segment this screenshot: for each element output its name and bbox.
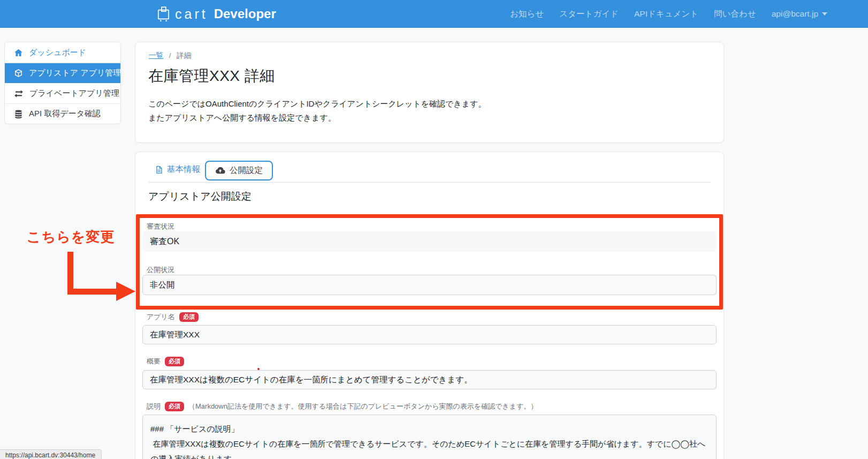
sidebar-item-label: プライベートアプリ管理: [29, 88, 119, 99]
app-detail-card: 基本情報 公開設定 アプリストア公開設定 審査状況 審査OK 公開状況 アプリ名…: [135, 152, 724, 459]
account-email: api@bcart.jp: [772, 9, 818, 19]
app-name-label-row: アプリ名 必須: [147, 312, 199, 322]
sidebar-item-dashboard[interactable]: ダッシュボード: [5, 42, 120, 63]
page-header-card: 一覧 / 詳細 在庫管理XXX 詳細 このページではOAuthClientのクラ…: [135, 42, 724, 143]
sidebar: ダッシュボード アプリストア アプリ管理 プライベートアプリ管理 API 取得デ…: [4, 42, 121, 124]
tab-publish-settings-label: 公開設定: [230, 165, 263, 176]
account-dropdown[interactable]: api@bcart.jp: [772, 9, 827, 19]
description-label-row: 説明 必須 （Markdown記法を使用できます。使用する場合は下記のプレビュー…: [147, 402, 537, 411]
sidebar-item-label: API 取得データ確認: [29, 109, 101, 119]
app-name-field[interactable]: [142, 325, 717, 344]
sidebar-item-api-data-check[interactable]: API 取得データ確認: [5, 103, 120, 124]
home-icon: [14, 48, 23, 57]
cart-logo-icon: [157, 6, 170, 22]
publish-status-field[interactable]: [142, 275, 717, 295]
tab-basic-info-label: 基本情報: [167, 164, 200, 175]
page-description-line2: またアプリストアへ公開する情報を設定できます。: [148, 111, 486, 125]
brand-logo[interactable]: cart Developer: [157, 0, 276, 28]
nav-news-link[interactable]: お知らせ: [510, 9, 544, 20]
cube-icon: [14, 69, 23, 78]
required-badge: 必須: [179, 312, 199, 322]
publish-status-label: 公開状況: [147, 265, 174, 275]
annotation-text: こちらを変更: [27, 228, 118, 246]
database-icon: [14, 109, 23, 118]
breadcrumb-current: 詳細: [177, 51, 191, 59]
nav-api-docs-link[interactable]: APIドキュメント: [634, 9, 698, 20]
swap-arrows-icon: [14, 89, 24, 99]
review-status-label: 審査状況: [147, 222, 174, 231]
description-markdown-note: （Markdown記法を使用できます。使用する場合は下記のプレビューボタンから実…: [188, 402, 537, 411]
app-name-label: アプリ名: [147, 312, 175, 322]
file-text-icon: [155, 165, 163, 174]
review-status-value: 審査OK: [142, 231, 717, 252]
tab-publish-settings[interactable]: 公開設定: [205, 161, 273, 180]
caret-down-icon: [822, 12, 827, 16]
sidebar-item-label: アプリストア アプリ管理: [29, 68, 121, 78]
nav-contact-link[interactable]: 問い合わせ: [714, 9, 756, 20]
breadcrumb: 一覧 / 詳細: [149, 51, 191, 61]
description-textarea[interactable]: ### 「サービスの説明」 在庫管理XXXは複数のECサイトの在庫を一箇所で管理…: [142, 415, 717, 459]
page-description-line1: このページではOAuthClientのクライアントIDやクライアントシークレット…: [148, 97, 486, 111]
sidebar-item-private-apps[interactable]: プライベートアプリ管理: [5, 83, 120, 103]
status-bar-url: https://api.bcart.dv:30443/home: [0, 449, 102, 459]
sidebar-item-label: ダッシュボード: [29, 48, 86, 58]
nav-start-guide-link[interactable]: スタートガイド: [559, 9, 619, 20]
page-description: このページではOAuthClientのクライアントIDやクライアントシークレット…: [148, 97, 486, 125]
top-navigation: お知らせ スタートガイド APIドキュメント 問い合わせ api@bcart.j…: [510, 0, 827, 28]
cloud-upload-icon: [215, 165, 225, 176]
tabs-divider: [148, 182, 711, 183]
annotation-arrow: [66, 252, 137, 305]
summary-field[interactable]: [142, 370, 717, 389]
description-label: 説明: [147, 402, 161, 411]
required-badge: 必須: [165, 357, 184, 366]
stray-red-dot: [257, 368, 260, 370]
brand-logo-cart: cart: [175, 6, 208, 22]
section-title: アプリストア公開設定: [148, 190, 252, 204]
sidebar-item-appstore-apps[interactable]: アプリストア アプリ管理: [5, 63, 120, 83]
tab-basic-info[interactable]: 基本情報: [155, 164, 200, 175]
summary-label-row: 概要 必須: [147, 357, 184, 366]
brand-logo-product: Developer: [214, 6, 276, 21]
page-title: 在庫管理XXX 詳細: [148, 66, 275, 86]
app-header: cart Developer お知らせ スタートガイド APIドキュメント 問い…: [0, 0, 868, 28]
breadcrumb-list-link[interactable]: 一覧: [149, 51, 163, 59]
summary-label: 概要: [147, 357, 161, 366]
screen: cart Developer お知らせ スタートガイド APIドキュメント 問い…: [0, 0, 868, 459]
breadcrumb-separator: /: [169, 51, 171, 59]
required-badge: 必須: [165, 402, 184, 411]
